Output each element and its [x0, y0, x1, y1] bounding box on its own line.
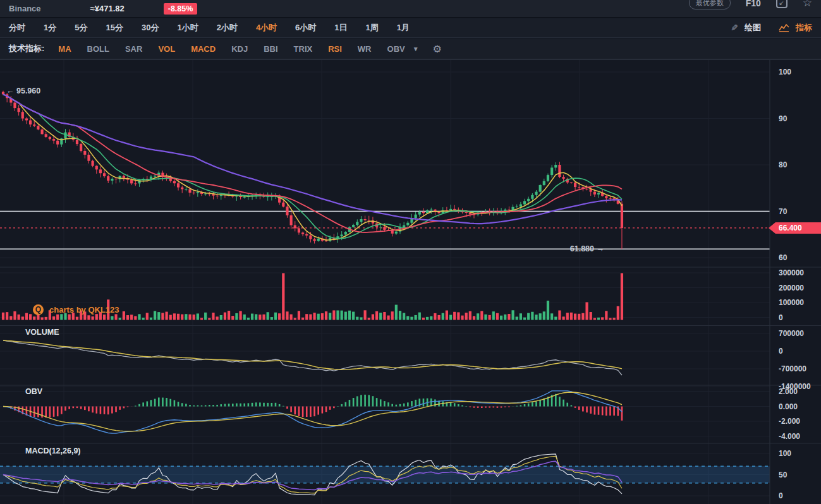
favorite-star-icon[interactable]: ☆ [803, 0, 812, 9]
pane-separators [0, 59, 821, 504]
obv-lines [3, 340, 622, 375]
price-tick: 70 [779, 207, 787, 216]
indicator-chart-icon[interactable] [779, 23, 789, 32]
indicator-rsi[interactable]: RSI [328, 44, 342, 54]
timeframe-1h[interactable]: 1小时 [177, 22, 198, 33]
rsi-pane [0, 454, 770, 495]
draw-button[interactable]: 绘图 [745, 22, 761, 33]
qkl123-logo-icon: Q [33, 304, 44, 315]
price-tick: 90 [779, 114, 787, 123]
exchange-name: Binance [9, 4, 41, 13]
trading-app: Binance ≈¥471.82 -8.85% 最优参数 F10 ↙ ☆ 分时 … [0, 0, 821, 504]
rsi-tick: 0 [779, 491, 783, 500]
indicator-ma[interactable]: MA [58, 44, 71, 54]
indicator-bbi[interactable]: BBI [264, 44, 277, 54]
indicator-vol[interactable]: VOL [158, 44, 175, 54]
macd-pane [3, 391, 622, 433]
draw-pencil-icon[interactable]: ✎ [731, 23, 738, 33]
chart-area[interactable]: ← 95.96061.880 →66.400 VOLUME OBV MACD(1… [0, 59, 821, 504]
indicator-bar-title: 技术指标: [9, 43, 44, 54]
indicator-trix[interactable]: TRIX [294, 44, 313, 54]
price-tick: 60 [779, 253, 787, 262]
candlestick-chart-canvas[interactable]: ← 95.96061.880 →66.400 [0, 59, 821, 504]
timeframe-1d[interactable]: 1日 [334, 22, 347, 33]
pane-title-volume: VOLUME [25, 328, 59, 337]
macd-tick: 0.000 [779, 402, 798, 411]
price-tick: 80 [779, 160, 787, 169]
obv-tick: 700000 [779, 329, 804, 338]
svg-text:61.880 →: 61.880 → [570, 244, 604, 253]
optimal-params-button[interactable]: 最优参数 [689, 0, 731, 9]
timeframe-minute-line[interactable]: 分时 [9, 22, 25, 33]
svg-text:← 95.960: ← 95.960 [6, 87, 40, 95]
chevron-down-icon[interactable]: ▼ [413, 45, 419, 52]
timeframe-6h[interactable]: 6小时 [295, 22, 316, 33]
timeframe-1m[interactable]: 1分 [44, 22, 56, 33]
f10-button[interactable]: F10 [746, 0, 761, 8]
timeframe-1mo[interactable]: 1月 [397, 22, 410, 33]
gear-icon[interactable]: ⚙ [433, 43, 442, 55]
candles [2, 91, 623, 249]
timeframe-bar: 分时 1分 5分 15分 30分 1小时 2小时 4小时 6小时 1日 1周 1… [0, 18, 821, 38]
pane-title-macd: MACD(12,26,9) [25, 447, 81, 455]
current-price-cny: ≈¥471.82 [90, 4, 125, 13]
grid-lines [0, 59, 770, 504]
indicator-boll[interactable]: BOLL [87, 44, 109, 54]
obv-tick: 0 [779, 347, 783, 356]
obv-tick: -700000 [779, 364, 806, 373]
screenshot-icon[interactable]: ↙ [776, 0, 788, 8]
indicator-wr[interactable]: WR [358, 44, 372, 54]
indicator-obv-dropdown[interactable]: OBV [387, 44, 405, 54]
timeframe-5m[interactable]: 5分 [75, 22, 87, 33]
indicator-button[interactable]: 指标 [796, 22, 812, 33]
volume-tick: 100000 [779, 298, 804, 307]
indicator-sar[interactable]: SAR [125, 44, 142, 54]
watermark-text: charts by QKL123 [49, 305, 119, 315]
top-bar: Binance ≈¥471.82 -8.85% 最优参数 F10 ↙ ☆ [0, 0, 821, 18]
change-badge: -8.85% [164, 3, 198, 15]
timeframe-30m[interactable]: 30分 [142, 22, 159, 33]
pane-title-obv: OBV [25, 387, 42, 396]
watermark: Q charts by QKL123 [33, 304, 119, 315]
timeframe-15m[interactable]: 15分 [106, 22, 123, 33]
price-tick: 100 [779, 68, 791, 76]
macd-tick: -4.000 [779, 432, 800, 441]
volume-tick: 200000 [779, 284, 804, 292]
volume-tick: 300000 [779, 268, 804, 277]
rsi-tick: 50 [779, 471, 787, 479]
reference-lines [0, 212, 770, 249]
timeframe-4h[interactable]: 4小时 [256, 22, 277, 33]
svg-text:66.400: 66.400 [779, 224, 802, 232]
timeframe-1w[interactable]: 1周 [366, 22, 379, 33]
rsi-tick: 100 [779, 449, 791, 458]
volume-tick: 0 [779, 313, 783, 322]
indicator-bar: 技术指标: MA BOLL SAR VOL MACD KDJ BBI TRIX … [0, 39, 821, 59]
indicator-kdj[interactable]: KDJ [231, 44, 248, 54]
macd-tick: -2.000 [779, 417, 800, 426]
timeframe-2h[interactable]: 2小时 [217, 22, 238, 33]
indicator-macd[interactable]: MACD [191, 44, 216, 54]
macd-tick: 2.000 [779, 387, 798, 396]
